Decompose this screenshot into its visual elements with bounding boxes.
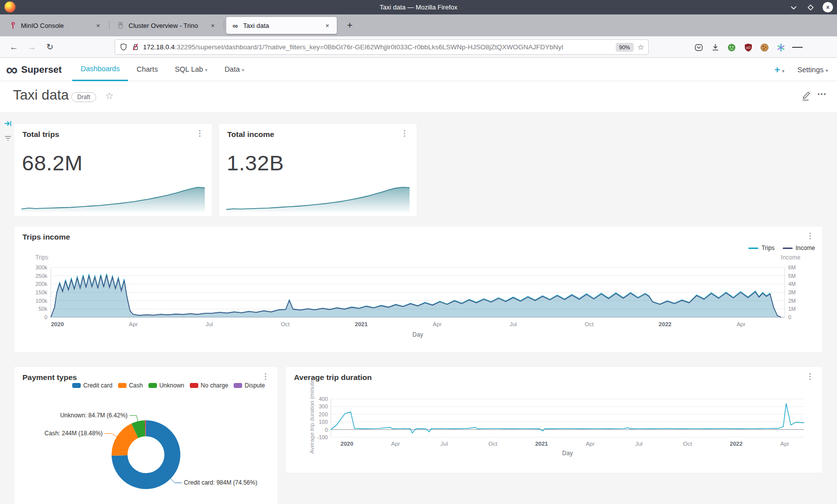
brand-name: Superset (21, 64, 62, 75)
svg-text:400: 400 (319, 396, 328, 402)
minio-favicon-icon (9, 21, 17, 29)
shield-icon[interactable] (119, 43, 128, 51)
dashboard-body: Total trips ⋮ 68.2M Total income ⋮ 1.32B… (0, 112, 837, 504)
browser-toolbar: ← → ↻ 172.18.0.4:32295/superset/dashboar… (0, 36, 837, 58)
tab-trino[interactable]: Cluster Overview - Trino × (112, 17, 222, 34)
filter-funnel-icon[interactable] (4, 135, 12, 144)
svg-text:0: 0 (788, 314, 791, 320)
svg-text:Oct: Oct (281, 321, 290, 327)
svg-text:2022: 2022 (730, 441, 743, 447)
nav-items: Dashboards Charts SQL Lab▾ Data▾ (72, 58, 253, 81)
nav-item-data[interactable]: Data▾ (216, 58, 253, 81)
container-asterisk-icon[interactable] (776, 42, 786, 53)
dashboard-title: Taxi data (13, 87, 69, 103)
payment-types-card: Payment types ⋮ Credit cardCashUnknownNo… (14, 367, 278, 504)
avg-trip-duration-card: Average trip duration ⋮ Average trip dur… (286, 367, 822, 473)
window-titlebar: Taxi data — Mozilla Firefox × (0, 0, 837, 14)
window-controls: × (789, 0, 833, 14)
dashboard-menu-icon[interactable]: ⋯ (817, 88, 827, 100)
filter-rail (2, 120, 13, 144)
nav-item-dashboards[interactable]: Dashboards (72, 58, 128, 81)
forward-button[interactable]: → (25, 40, 39, 54)
chart-kebab-menu-icon[interactable]: ⋮ (194, 128, 206, 138)
pocket-icon[interactable] (694, 42, 704, 53)
nav-item-sql-lab[interactable]: SQL Lab▾ (166, 58, 216, 81)
spark-income-svg (226, 186, 410, 212)
minimize-icon[interactable] (789, 2, 799, 12)
tab-taxi-data-active[interactable]: ∞ Taxi data × (226, 17, 337, 34)
chart-kebab-menu-icon[interactable]: ⋮ (399, 128, 411, 138)
privacy-badger-icon[interactable] (726, 42, 737, 53)
settings-menu[interactable]: Settings▾ (798, 66, 828, 74)
tab-minio-console[interactable]: MinIO Console × (4, 17, 108, 34)
cookie-icon[interactable] (759, 42, 770, 53)
svg-text:Jul: Jul (635, 441, 643, 447)
back-button[interactable]: ← (7, 40, 21, 54)
bookmark-star-icon[interactable]: ☆ (638, 43, 644, 52)
x-axis-title: Day (51, 331, 785, 338)
superset-logo-icon: ∞ (6, 60, 18, 80)
total-trips-value: 68.2M (22, 151, 83, 175)
tab-label: Cluster Overview - Trino (129, 22, 203, 29)
svg-text:Apr: Apr (391, 441, 400, 447)
payment-types-donut[interactable]: Credit card: 984M (74.56%)Cash: 244M (18… (14, 367, 278, 504)
insecure-lock-icon[interactable] (131, 43, 140, 51)
nav-right: +▾ Settings▾ (774, 58, 828, 81)
new-tab-button[interactable]: + (343, 18, 357, 32)
svg-text:50k: 50k (38, 306, 47, 312)
tab-strip: MinIO Console × Cluster Overview - Trino… (0, 14, 837, 36)
downloads-icon[interactable] (710, 42, 720, 53)
avg-duration-plot[interactable]: 4003002001000-1002020AprJulOct2021AprJul… (286, 367, 822, 473)
total-trips-card: Total trips ⋮ 68.2M (14, 124, 212, 216)
chevron-down-icon: ▾ (782, 68, 785, 74)
svg-text:0: 0 (325, 427, 328, 433)
nav-item-charts[interactable]: Charts (128, 58, 166, 81)
dashboard-header: Taxi data Draft ☆ ⋯ (0, 81, 837, 112)
svg-text:200: 200 (319, 411, 328, 417)
menu-hamburger-icon[interactable] (792, 42, 803, 53)
svg-text:2021: 2021 (535, 441, 548, 447)
favorite-star-icon[interactable]: ☆ (105, 90, 114, 102)
reload-button[interactable]: ↻ (43, 40, 57, 54)
tab-label: Taxi data (243, 22, 318, 29)
page-zoom-badge[interactable]: 90% (616, 43, 634, 52)
pie-label-credit-card: Credit card: 984M (74.56%) (184, 479, 257, 486)
svg-text:Oct: Oct (683, 441, 693, 447)
tab-close-icon[interactable]: × (208, 22, 217, 29)
svg-text:Jul: Jul (510, 321, 517, 327)
svg-text:2022: 2022 (659, 321, 672, 327)
svg-text:100: 100 (319, 419, 328, 425)
close-window-icon[interactable]: × (823, 2, 833, 12)
url-input[interactable]: 172.18.0.4:32295/superset/dashboard/1/?n… (115, 39, 649, 55)
svg-text:Apr: Apr (129, 321, 138, 327)
superset-favicon-icon: ∞ (231, 21, 239, 29)
total-income-sparkline[interactable] (226, 186, 410, 212)
maximize-icon[interactable] (806, 2, 816, 12)
edit-dashboard-icon[interactable] (801, 90, 812, 102)
window-title: Taxi data — Mozilla Firefox (0, 0, 837, 14)
url-text[interactable]: 172.18.0.4:32295/superset/dashboard/1/?n… (143, 43, 612, 51)
superset-brand[interactable]: ∞ Superset (6, 58, 62, 81)
pie-label-unknown: Unknown: 84.7M (6.42%) (60, 412, 128, 419)
superset-navbar: ∞ Superset Dashboards Charts SQL Lab▾ Da… (0, 58, 837, 81)
total-income-card: Total income ⋮ 1.32B (219, 124, 417, 216)
expand-filter-bar-icon[interactable] (4, 120, 12, 129)
extension-toolbar: uO (694, 40, 803, 54)
svg-text:Oct: Oct (585, 321, 594, 327)
tab-close-icon[interactable]: × (94, 22, 103, 29)
tab-close-icon[interactable]: × (323, 22, 332, 29)
add-new-button[interactable]: +▾ (774, 64, 784, 75)
svg-text:2M: 2M (788, 298, 796, 304)
total-trips-sparkline[interactable] (21, 186, 205, 212)
svg-text:Oct: Oct (488, 441, 498, 447)
pie-label-cash: Cash: 244M (18.48%) (44, 430, 103, 437)
svg-text:300k: 300k (35, 264, 47, 270)
ublock-origin-icon[interactable]: uO (743, 42, 753, 53)
chevron-down-icon: ▾ (205, 67, 208, 73)
svg-text:2020: 2020 (341, 441, 354, 447)
chart-title: Total trips (22, 130, 59, 139)
svg-text:3M: 3M (788, 289, 796, 295)
tab-label: MinIO Console (21, 22, 89, 29)
svg-text:Apr: Apr (586, 441, 595, 447)
payment-types-svg: Credit card: 984M (74.56%)Cash: 244M (18… (14, 367, 278, 504)
